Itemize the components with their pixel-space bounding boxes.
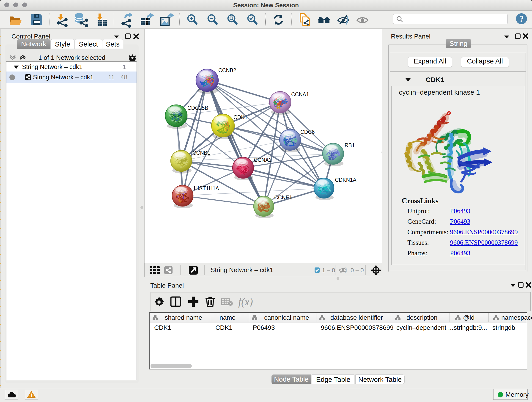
svg-text:CCNA2: CCNA2 <box>254 157 272 163</box>
svg-text:?: ? <box>519 14 524 24</box>
svg-text:CCNB1: CCNB1 <box>192 150 210 156</box>
svg-text:RB1: RB1 <box>345 142 355 148</box>
svg-text:f(x): f(x) <box>238 296 253 307</box>
svg-text:CDC6: CDC6 <box>300 129 315 135</box>
svg-text:CDC25B: CDC25B <box>187 105 208 111</box>
svg-text:CDK1: CDK1 <box>234 114 247 120</box>
svg-text:CCNA1: CCNA1 <box>291 91 309 97</box>
svg-text:CCNE1: CCNE1 <box>274 195 292 201</box>
svg-text:CCNB2: CCNB2 <box>218 67 236 73</box>
svg-text:CDKN1A: CDKN1A <box>335 177 356 183</box>
svg-text:HIST1H1A: HIST1H1A <box>194 185 219 191</box>
